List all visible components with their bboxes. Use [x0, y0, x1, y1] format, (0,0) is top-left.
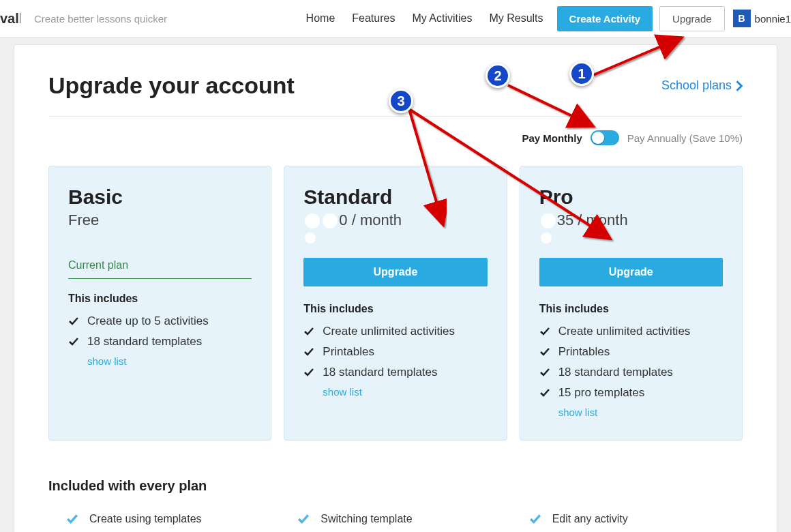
includes-title: This includes	[68, 293, 252, 305]
plan-subtext	[303, 232, 487, 244]
plans-row: Basic Free Current plan This includes Cr…	[48, 166, 743, 441]
check-icon	[539, 326, 550, 337]
check-icon	[66, 513, 78, 525]
user-menu[interactable]: B bonnie1	[733, 10, 791, 27]
feature-text: 18 standard templates	[87, 335, 202, 349]
plan-upgrade-button[interactable]: Upgrade	[539, 258, 723, 286]
school-plans-label: School plans	[661, 78, 732, 93]
included-grid: Create using templates Switching templat…	[48, 513, 743, 532]
feature-item: 18 standard templates	[539, 366, 723, 379]
plan-price: 0 / month	[303, 211, 487, 229]
avatar: B	[733, 10, 751, 27]
feature-text: Printables	[323, 345, 374, 359]
included-title: Included with every plan	[48, 478, 743, 494]
price-suffix: / month	[573, 211, 627, 228]
plan-basic: Basic Free Current plan This includes Cr…	[48, 166, 271, 441]
user-name-label: bonnie1	[755, 13, 791, 25]
feature-item: Printables	[539, 345, 723, 359]
plan-price: Free	[68, 211, 252, 229]
billing-toggle-row: Pay Monthly Pay Annually (Save 10%)	[48, 130, 743, 145]
check-icon	[303, 367, 314, 378]
pay-monthly-label: Pay Monthly	[522, 132, 582, 144]
school-plans-link[interactable]: School plans	[661, 78, 743, 93]
feature-text: Create up to 5 activities	[87, 314, 209, 328]
plan-standard: Standard 0 / month Upgrade This includes…	[284, 166, 507, 441]
feature-text: 18 standard templates	[558, 366, 673, 379]
feature-text: Printables	[558, 345, 610, 359]
plan-price: 35 / month	[539, 211, 723, 229]
current-plan-label: Current plan	[68, 259, 252, 279]
check-icon	[529, 513, 541, 525]
check-icon	[539, 387, 550, 398]
logo-fragment: vall	[0, 11, 20, 27]
included-text: Switching template	[320, 513, 412, 525]
plan-pro: Pro 35 / month Upgrade This includes Cre…	[520, 166, 743, 441]
obscured-price	[323, 213, 338, 228]
feature-text: 15 pro templates	[558, 386, 645, 400]
included-text: Create using templates	[89, 513, 202, 525]
check-icon	[539, 346, 550, 357]
nav-features[interactable]: Features	[352, 12, 395, 25]
tagline: Create better lessons quicker	[34, 13, 167, 25]
feature-item: Create unlimited activities	[303, 325, 487, 338]
feature-item: Printables	[303, 345, 487, 359]
show-list-link[interactable]: show list	[558, 407, 723, 418]
included-item: Edit any activity	[511, 513, 743, 525]
plan-name: Basic	[68, 186, 252, 209]
show-list-link[interactable]: show list	[323, 386, 487, 398]
check-icon	[539, 367, 550, 378]
included-item: Create using templates	[48, 513, 280, 525]
check-icon	[68, 336, 79, 347]
nav-my-activities[interactable]: My Activities	[412, 12, 472, 25]
included-text: Edit any activity	[552, 513, 628, 525]
feature-item: 15 pro templates	[539, 386, 723, 400]
check-icon	[68, 316, 79, 327]
feature-list: Create unlimited activities Printables 1…	[539, 325, 723, 400]
upgrade-button[interactable]: Upgrade	[659, 6, 725, 31]
plan-upgrade-button[interactable]: Upgrade	[303, 258, 487, 286]
plan-name: Pro	[539, 186, 723, 209]
page-title: Upgrade your account	[48, 72, 295, 99]
feature-list: Create unlimited activities Printables 1…	[303, 325, 487, 379]
nav-home[interactable]: Home	[306, 12, 335, 25]
obscured-price	[541, 213, 556, 228]
price-suffix: / month	[348, 211, 402, 228]
feature-text: Create unlimited activities	[323, 325, 455, 338]
nav-my-results[interactable]: My Results	[489, 12, 543, 25]
pay-annually-label: Pay Annually (Save 10%)	[627, 132, 743, 144]
feature-text: 18 standard templates	[323, 366, 437, 379]
feature-item: 18 standard templates	[68, 335, 252, 349]
page-card: Upgrade your account School plans Pay Mo…	[14, 44, 777, 532]
check-icon	[303, 346, 314, 357]
billing-toggle[interactable]	[591, 130, 619, 145]
show-list-link[interactable]: show list	[87, 355, 252, 367]
create-activity-button[interactable]: Create Activity	[557, 6, 653, 31]
plan-name: Standard	[303, 186, 487, 209]
feature-text: Create unlimited activities	[558, 325, 691, 338]
includes-title: This includes	[539, 303, 723, 315]
feature-item: Create unlimited activities	[539, 325, 723, 338]
feature-item: Create up to 5 activities	[68, 314, 252, 328]
obscured-price	[305, 213, 320, 228]
check-icon	[303, 326, 314, 337]
plan-subtext	[539, 232, 723, 244]
chevron-right-icon	[736, 80, 743, 91]
included-item: Switching template	[280, 513, 511, 525]
price-mid: 35	[557, 211, 573, 228]
topbar: vall Create better lessons quicker Home …	[0, 0, 791, 38]
feature-list: Create up to 5 activities 18 standard te…	[68, 314, 252, 349]
obscured-sub	[305, 233, 316, 243]
main-nav: Home Features My Activities My Results	[306, 12, 543, 25]
obscured-sub	[541, 233, 552, 243]
page-header: Upgrade your account School plans	[48, 72, 743, 117]
check-icon	[297, 513, 310, 525]
feature-item: 18 standard templates	[303, 366, 487, 379]
includes-title: This includes	[303, 303, 487, 315]
